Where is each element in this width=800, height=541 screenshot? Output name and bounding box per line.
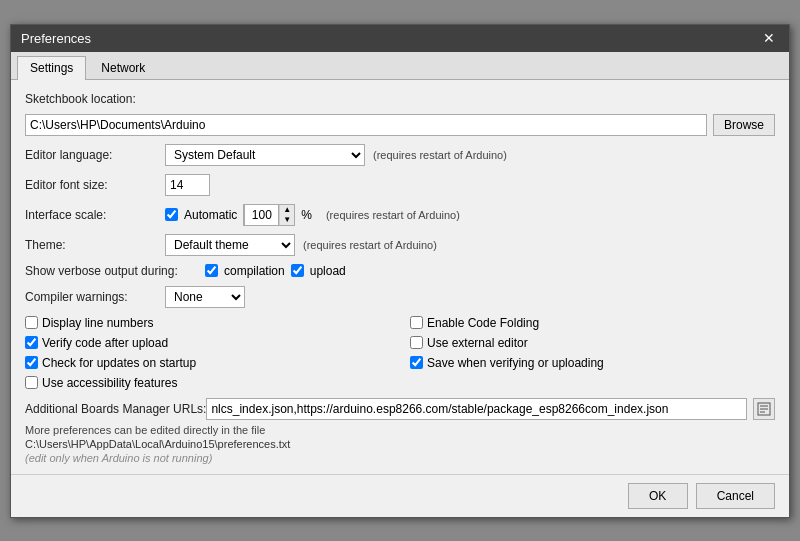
external-editor-item: Use external editor: [410, 336, 775, 350]
compilation-checkbox[interactable]: [205, 264, 218, 277]
tab-settings[interactable]: Settings: [17, 56, 86, 80]
sketchbook-row: Sketchbook location:: [25, 92, 775, 106]
theme-hint: (requires restart of Arduino): [303, 239, 437, 251]
upload-label: upload: [310, 264, 346, 278]
editor-language-row: Editor language: System Default (require…: [25, 144, 775, 166]
additional-urls-row: Additional Boards Manager URLs:: [25, 398, 775, 420]
scale-hint: (requires restart of Arduino): [326, 209, 460, 221]
verbose-output-row: Show verbose output during: compilation …: [25, 264, 775, 278]
external-editor-checkbox[interactable]: [410, 336, 423, 349]
theme-select[interactable]: Default theme: [165, 234, 295, 256]
display-line-numbers-label: Display line numbers: [42, 316, 153, 330]
additional-urls-label: Additional Boards Manager URLs:: [25, 402, 206, 416]
enable-code-folding-item: Enable Code Folding: [410, 316, 775, 330]
editor-language-label: Editor language:: [25, 148, 165, 162]
compiler-warnings-row: Compiler warnings: None Default More All: [25, 286, 775, 308]
scale-unit: %: [301, 208, 312, 222]
theme-label: Theme:: [25, 238, 165, 252]
edit-urls-button[interactable]: [753, 398, 775, 420]
check-updates-label: Check for updates on startup: [42, 356, 196, 370]
enable-code-folding-checkbox[interactable]: [410, 316, 423, 329]
compilation-label: compilation: [224, 264, 285, 278]
preferences-dialog: Preferences ✕ Settings Network Sketchboo…: [10, 24, 790, 518]
verify-code-item: Verify code after upload: [25, 336, 390, 350]
interface-scale-auto-label: Automatic: [184, 208, 237, 222]
editor-font-size-row: Editor font size:: [25, 174, 775, 196]
ok-button[interactable]: OK: [628, 483, 688, 509]
interface-scale-label: Interface scale:: [25, 208, 165, 222]
verify-code-label: Verify code after upload: [42, 336, 168, 350]
editor-language-hint: (requires restart of Arduino): [373, 149, 507, 161]
interface-scale-auto-checkbox[interactable]: [165, 208, 178, 221]
verbose-output-label: Show verbose output during:: [25, 264, 205, 278]
editor-font-size-label: Editor font size:: [25, 178, 165, 192]
spinner-up-button[interactable]: ▲: [280, 205, 294, 215]
browse-button[interactable]: Browse: [713, 114, 775, 136]
close-button[interactable]: ✕: [759, 31, 779, 45]
spinner-down-button[interactable]: ▼: [280, 215, 294, 225]
settings-content: Sketchbook location: Browse Editor langu…: [11, 80, 789, 474]
editor-language-select[interactable]: System Default: [165, 144, 365, 166]
tabs-bar: Settings Network: [11, 52, 789, 80]
save-verifying-checkbox[interactable]: [410, 356, 423, 369]
save-verifying-label: Save when verifying or uploading: [427, 356, 604, 370]
tab-network[interactable]: Network: [88, 56, 158, 79]
spinner-buttons: ▲ ▼: [279, 205, 294, 225]
title-bar: Preferences ✕: [11, 25, 789, 52]
info-section: More preferences can be edited directly …: [25, 424, 775, 464]
enable-code-folding-label: Enable Code Folding: [427, 316, 539, 330]
upload-checkbox[interactable]: [291, 264, 304, 277]
scale-value-input[interactable]: [244, 204, 279, 226]
accessibility-item: Use accessibility features: [25, 376, 390, 390]
accessibility-label: Use accessibility features: [42, 376, 177, 390]
accessibility-checkbox[interactable]: [25, 376, 38, 389]
edit-icon: [757, 402, 771, 416]
verify-code-checkbox[interactable]: [25, 336, 38, 349]
checkboxes-grid: Display line numbers Enable Code Folding…: [25, 316, 775, 390]
dialog-title: Preferences: [21, 31, 91, 46]
sketchbook-label: Sketchbook location:: [25, 92, 165, 106]
info-line2: C:\Users\HP\AppData\Local\Arduino15\pref…: [25, 438, 775, 450]
info-line1: More preferences can be edited directly …: [25, 424, 775, 436]
interface-scale-controls: Automatic ▲ ▼ % (requires restart of Ard…: [165, 204, 460, 226]
display-line-numbers-checkbox[interactable]: [25, 316, 38, 329]
sketchbook-input[interactable]: [25, 114, 707, 136]
compiler-warnings-select[interactable]: None Default More All: [165, 286, 245, 308]
compiler-warnings-label: Compiler warnings:: [25, 290, 165, 304]
editor-font-size-input[interactable]: [165, 174, 210, 196]
save-verifying-item: Save when verifying or uploading: [410, 356, 775, 370]
interface-scale-row: Interface scale: Automatic ▲ ▼ % (requir…: [25, 204, 775, 226]
cancel-button[interactable]: Cancel: [696, 483, 775, 509]
info-line3: (edit only when Arduino is not running): [25, 452, 775, 464]
check-updates-item: Check for updates on startup: [25, 356, 390, 370]
check-updates-checkbox[interactable]: [25, 356, 38, 369]
display-line-numbers-item: Display line numbers: [25, 316, 390, 330]
theme-row: Theme: Default theme (requires restart o…: [25, 234, 775, 256]
sketchbook-input-row: Browse: [25, 114, 775, 136]
additional-urls-input[interactable]: [206, 398, 747, 420]
external-editor-label: Use external editor: [427, 336, 528, 350]
verbose-output-controls: compilation upload: [205, 264, 346, 278]
scale-spinner: ▲ ▼: [243, 204, 295, 226]
button-row: OK Cancel: [11, 474, 789, 517]
